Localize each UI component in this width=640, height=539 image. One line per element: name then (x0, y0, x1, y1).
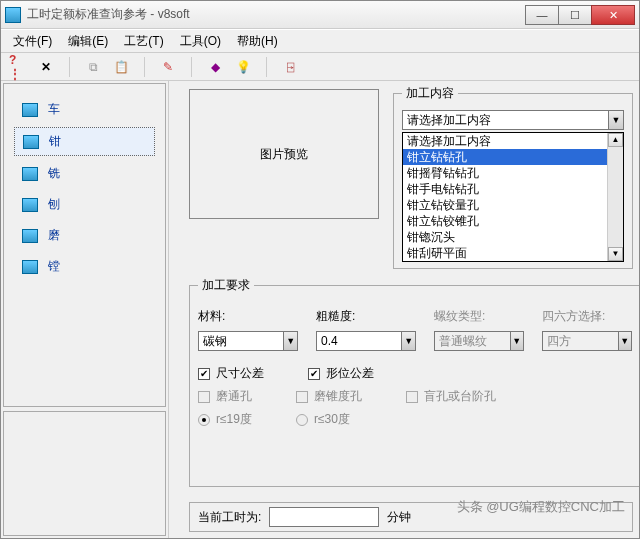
sidebar-item-bench[interactable]: 钳 (14, 127, 155, 156)
dropdown-scrollbar[interactable]: ▲ ▼ (607, 133, 623, 261)
app-icon (5, 7, 21, 23)
minutes-label: 分钟 (387, 509, 411, 526)
menu-help[interactable]: 帮助(H) (231, 31, 284, 52)
blind-step-checkbox: 盲孔或台阶孔 (406, 388, 496, 405)
book-icon (23, 135, 39, 149)
thread-type-input (435, 332, 510, 350)
copy-icon[interactable]: ⧉ (84, 58, 102, 76)
paste-icon[interactable]: 📋 (112, 58, 130, 76)
toolbar: ?⋮ ✕ ⧉ 📋 ✎ ◆ 💡 ⍈ (1, 53, 639, 81)
radius-30-radio: r≤30度 (296, 411, 350, 428)
requirement-legend: 加工要求 (198, 277, 254, 294)
dropdown-option[interactable]: 钳锪沉头 (403, 229, 607, 245)
radius-19-radio: r≤19度 (198, 411, 252, 428)
help-icon[interactable]: ?⋮ (9, 58, 27, 76)
roughness-combo[interactable]: ▼ (316, 331, 416, 351)
sidebar-lower-panel (3, 411, 166, 536)
process-content-dropdown: 请选择加工内容 钳立钻钻孔 钳摇臂钻钻孔 钳手电钻钻孔 钳立钻铰量孔 钳立钻铰锥… (402, 132, 624, 262)
thread-type-label: 螺纹类型: (434, 309, 485, 323)
process-requirement-group: 加工要求 材料: 粗糙度: 螺纹类型: 四六方选择: (189, 277, 639, 487)
dropdown-option[interactable]: 钳刮研平面 (403, 245, 607, 261)
sidebar-item-bore[interactable]: 镗 (14, 253, 155, 280)
thread-type-combo: ▼ (434, 331, 524, 351)
material-combo[interactable]: ▼ (198, 331, 298, 351)
sidebar-item-mill[interactable]: 铣 (14, 160, 155, 187)
grind-cone-checkbox: 磨锥度孔 (296, 388, 362, 405)
preview-label: 图片预览 (260, 146, 308, 163)
dropdown-option[interactable]: 钳立钻钻孔 (403, 149, 607, 165)
dropdown-option[interactable]: 钳摇臂钻钻孔 (403, 165, 607, 181)
current-time-field[interactable] (269, 507, 379, 527)
process-content-legend: 加工内容 (402, 85, 458, 102)
footer-bar: 当前工时为: 分钟 (189, 502, 633, 532)
menu-edit[interactable]: 编辑(E) (62, 31, 114, 52)
current-time-label: 当前工时为: (198, 509, 261, 526)
book-icon (22, 198, 38, 212)
size-tolerance-checkbox[interactable]: ✔尺寸公差 (198, 365, 264, 382)
delete-icon[interactable]: ✕ (37, 58, 55, 76)
material-label: 材料: (198, 309, 225, 323)
sidebar-item-plane[interactable]: 刨 (14, 191, 155, 218)
menu-tool[interactable]: 工具(O) (174, 31, 227, 52)
minimize-button[interactable]: — (525, 5, 559, 25)
square-select-combo: ▼ (542, 331, 632, 351)
process-content-combo[interactable]: ▼ (402, 110, 624, 130)
book-icon (22, 260, 38, 274)
wand-icon[interactable]: ✎ (159, 58, 177, 76)
menu-file[interactable]: 文件(F) (7, 31, 58, 52)
chevron-down-icon[interactable]: ▼ (608, 111, 623, 129)
chevron-down-icon: ▼ (510, 332, 523, 350)
geom-tolerance-checkbox[interactable]: ✔形位公差 (308, 365, 374, 382)
dropdown-option[interactable]: 钳立钻铰锥孔 (403, 213, 607, 229)
book-icon (22, 167, 38, 181)
sidebar-item-grind[interactable]: 磨 (14, 222, 155, 249)
book-icon (22, 103, 38, 117)
square-select-input (543, 332, 618, 350)
material-input[interactable] (199, 332, 283, 350)
book-icon[interactable]: ◆ (206, 58, 224, 76)
scroll-down-icon[interactable]: ▼ (608, 247, 623, 261)
process-content-group: 加工内容 ▼ 请选择加工内容 钳立钻钻孔 钳摇臂钻钻孔 钳手电钻钻孔 钳立钻铰量… (393, 85, 633, 269)
menu-tech[interactable]: 工艺(T) (118, 31, 169, 52)
dropdown-option[interactable]: 钳立钻铰量孔 (403, 197, 607, 213)
window-title: 工时定额标准查询参考 - v8soft (27, 6, 190, 23)
sidebar-item-lathe[interactable]: 车 (14, 96, 155, 123)
image-preview: 图片预览 (189, 89, 379, 219)
square-select-label: 四六方选择: (542, 309, 605, 323)
maximize-button[interactable]: ☐ (558, 5, 592, 25)
chevron-down-icon[interactable]: ▼ (401, 332, 415, 350)
dropdown-option[interactable]: 请选择加工内容 (403, 133, 607, 149)
dropdown-option[interactable]: 钳手电钻钻孔 (403, 181, 607, 197)
chevron-down-icon: ▼ (618, 332, 631, 350)
grind-thru-checkbox: 磨通孔 (198, 388, 252, 405)
bulb-icon[interactable]: 💡 (234, 58, 252, 76)
menubar: 文件(F) 编辑(E) 工艺(T) 工具(O) 帮助(H) (1, 29, 639, 53)
chevron-down-icon[interactable]: ▼ (283, 332, 297, 350)
book-icon (22, 229, 38, 243)
process-content-input[interactable] (403, 111, 608, 129)
roughness-label: 粗糙度: (316, 309, 355, 323)
close-button[interactable]: ✕ (591, 5, 635, 25)
exit-icon[interactable]: ⍈ (281, 58, 299, 76)
sidebar: 车 钳 铣 刨 磨 镗 (3, 83, 166, 407)
scroll-up-icon[interactable]: ▲ (608, 133, 623, 147)
roughness-input[interactable] (317, 332, 401, 350)
